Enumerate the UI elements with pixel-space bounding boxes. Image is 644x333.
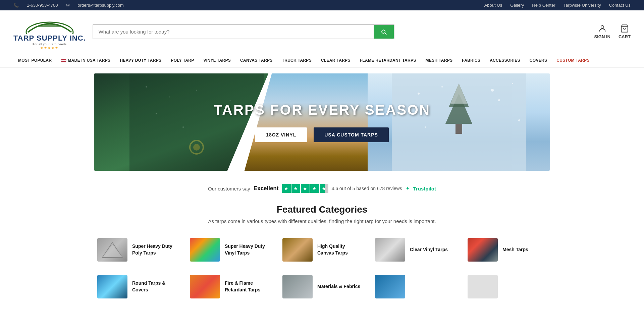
category-mesh-tarps[interactable]: Mesh Tarps bbox=[464, 235, 550, 265]
flame-tarps-label: Fire & Flame Retardant Tarps bbox=[225, 280, 269, 293]
nav-mesh-tarps[interactable]: MESH TARPS bbox=[421, 53, 458, 67]
trustpilot-logo-icon: ✦ bbox=[406, 185, 410, 191]
star-4: ★ bbox=[310, 184, 319, 193]
sign-in-label: SIGN IN bbox=[594, 34, 610, 39]
logo-tagline: For all your tarp needs bbox=[33, 43, 67, 46]
nav-most-popular[interactable]: MOST POPULAR bbox=[13, 53, 56, 67]
user-icon bbox=[598, 24, 607, 33]
category-extra-2[interactable] bbox=[464, 272, 550, 302]
logo[interactable]: TARP SUPPLY INC. For all your tarp needs… bbox=[13, 14, 86, 50]
top-bar-left: 📞 1-630-953-4700 ✉ orders@tarpsupply.com bbox=[13, 3, 124, 8]
about-us-link[interactable]: About Us bbox=[484, 3, 502, 8]
extra-2-image bbox=[468, 275, 498, 298]
cart-icon bbox=[620, 24, 629, 33]
top-bar: 📞 1-630-953-4700 ✉ orders@tarpsupply.com… bbox=[0, 0, 644, 10]
trustpilot-stars: ★ ★ ★ ★ ★ bbox=[282, 184, 328, 193]
contact-us-link[interactable]: Contact Us bbox=[609, 3, 631, 8]
nav-fabrics[interactable]: FABRICS bbox=[457, 53, 485, 67]
email-address[interactable]: orders@tarpsupply.com bbox=[78, 3, 124, 8]
gallery-link[interactable]: Gallery bbox=[510, 3, 524, 8]
email-icon: ✉ bbox=[66, 3, 70, 8]
canvas-tarps-image bbox=[282, 238, 313, 262]
star-3: ★ bbox=[301, 184, 310, 193]
header: TARP SUPPLY INC. For all your tarp needs… bbox=[0, 10, 644, 53]
featured-title: Featured Categories bbox=[94, 204, 550, 215]
hero-overlay: TARPS FOR EVERY SEASON 18OZ VINYL USA CU… bbox=[94, 73, 550, 171]
trustpilot-bar: Our customers say Excellent ★ ★ ★ ★ ★ 4.… bbox=[0, 176, 644, 201]
hero-custom-tarps-button[interactable]: USA CUSTOM TARPS bbox=[314, 127, 389, 142]
hero-banner: TARPS FOR EVERY SEASON 18OZ VINYL USA CU… bbox=[94, 73, 550, 171]
clear-tarps-image bbox=[375, 238, 405, 262]
round-tarps-image bbox=[97, 275, 127, 298]
nav-custom-tarps[interactable]: CUSTOM TARPS bbox=[552, 53, 594, 67]
tarpwise-university-link[interactable]: Tarpwise University bbox=[564, 3, 601, 8]
nav-flame-retardant[interactable]: FLAME RETARDANT TARPS bbox=[355, 53, 421, 67]
trustpilot-logo: Trustpilot bbox=[413, 186, 436, 191]
category-extra-1[interactable] bbox=[372, 272, 458, 302]
hero-buttons: 18OZ VINYL USA CUSTOM TARPS bbox=[255, 127, 389, 142]
star-5-half: ★ bbox=[320, 184, 328, 193]
category-vinyl-tarps[interactable]: Super Heavy Duty Vinyl Tarps bbox=[186, 235, 272, 265]
categories-row-1: Super Heavy Duty Poly Tarps Super Heavy … bbox=[94, 235, 550, 265]
round-tarps-label: Round Tarps & Covers bbox=[132, 280, 176, 293]
svg-marker-26 bbox=[102, 244, 122, 258]
categories-row-2: Round Tarps & Covers Fire & Flame Retard… bbox=[94, 272, 550, 302]
category-poly-tarps[interactable]: Super Heavy Duty Poly Tarps bbox=[94, 235, 180, 265]
star-1: ★ bbox=[282, 184, 291, 193]
poly-tarps-image bbox=[97, 238, 127, 262]
poly-icon bbox=[101, 241, 124, 259]
featured-subtitle: As tarps come in various types with diff… bbox=[94, 218, 550, 224]
nav-vinyl-tarps[interactable]: VINYL TARPS bbox=[199, 53, 236, 67]
sign-in-button[interactable]: SIGN IN bbox=[594, 24, 610, 39]
cart-button[interactable]: CART bbox=[619, 24, 631, 39]
vinyl-tarps-label: Super Heavy Duty Vinyl Tarps bbox=[225, 243, 269, 256]
main-nav: MOST POPULAR MADE IN USA TARPS HEAVY DUT… bbox=[0, 53, 644, 68]
hero-title: TARPS FOR EVERY SEASON bbox=[214, 102, 430, 118]
category-clear-tarps[interactable]: Clear Vinyl Tarps bbox=[372, 235, 458, 265]
nav-accessories[interactable]: ACCESSORIES bbox=[485, 53, 525, 67]
category-materials[interactable]: Materials & Fabrics bbox=[279, 272, 365, 302]
search-button[interactable] bbox=[374, 25, 394, 39]
search-icon bbox=[380, 29, 387, 35]
materials-label: Materials & Fabrics bbox=[317, 283, 360, 290]
help-center-link[interactable]: Help Center bbox=[532, 3, 555, 8]
materials-image bbox=[282, 275, 313, 298]
header-actions: SIGN IN CART bbox=[594, 24, 631, 39]
phone-number[interactable]: 1-630-953-4700 bbox=[27, 3, 58, 8]
category-canvas-tarps[interactable]: High Quality Canvas Tarps bbox=[279, 235, 365, 265]
nav-made-in-usa[interactable]: MADE IN USA TARPS bbox=[56, 53, 115, 67]
category-flame-tarps[interactable]: Fire & Flame Retardant Tarps bbox=[186, 272, 272, 302]
top-bar-right: About Us Gallery Help Center Tarpwise Un… bbox=[484, 3, 631, 8]
poly-tarps-label: Super Heavy Duty Poly Tarps bbox=[132, 243, 176, 256]
nav-canvas-tarps[interactable]: CANVAS TARPS bbox=[235, 53, 277, 67]
svg-point-1 bbox=[601, 25, 604, 29]
category-round-tarps[interactable]: Round Tarps & Covers bbox=[94, 272, 180, 302]
nav-clear-tarps[interactable]: CLEAR TARPS bbox=[316, 53, 355, 67]
extra-1-image bbox=[375, 275, 405, 298]
vinyl-tarps-image bbox=[190, 238, 220, 262]
flame-tarps-image bbox=[190, 275, 220, 298]
mesh-tarps-image bbox=[468, 238, 498, 262]
cart-label: CART bbox=[619, 34, 631, 39]
search-input[interactable] bbox=[93, 25, 374, 39]
nav-heavy-duty[interactable]: HEAVY DUTY TARPS bbox=[115, 53, 166, 67]
logo-company-name: TARP SUPPLY INC. bbox=[13, 34, 86, 43]
phone-icon: 📞 bbox=[13, 3, 19, 8]
trustpilot-label: Our customers say bbox=[208, 186, 250, 191]
trustpilot-rating-label: Excellent bbox=[254, 185, 279, 192]
mesh-tarps-label: Mesh Tarps bbox=[502, 246, 528, 253]
star-2: ★ bbox=[291, 184, 300, 193]
nav-poly-tarp[interactable]: POLY TARP bbox=[166, 53, 199, 67]
canvas-tarps-label: High Quality Canvas Tarps bbox=[317, 243, 362, 256]
clear-tarps-label: Clear Vinyl Tarps bbox=[410, 246, 448, 253]
nav-covers[interactable]: COVERS bbox=[525, 53, 552, 67]
nav-truck-tarps[interactable]: TRUCK TARPS bbox=[277, 53, 316, 67]
logo-icon bbox=[24, 14, 75, 34]
search-bar bbox=[93, 24, 394, 39]
usa-flag-icon bbox=[61, 59, 66, 62]
featured-categories-section: Featured Categories As tarps come in var… bbox=[80, 201, 564, 315]
trustpilot-reviews: 4.6 out of 5 based on 678 reviews bbox=[332, 186, 402, 191]
hero-vinyl-button[interactable]: 18OZ VINYL bbox=[255, 127, 307, 142]
logo-stars: ★★★★★ bbox=[40, 46, 59, 50]
